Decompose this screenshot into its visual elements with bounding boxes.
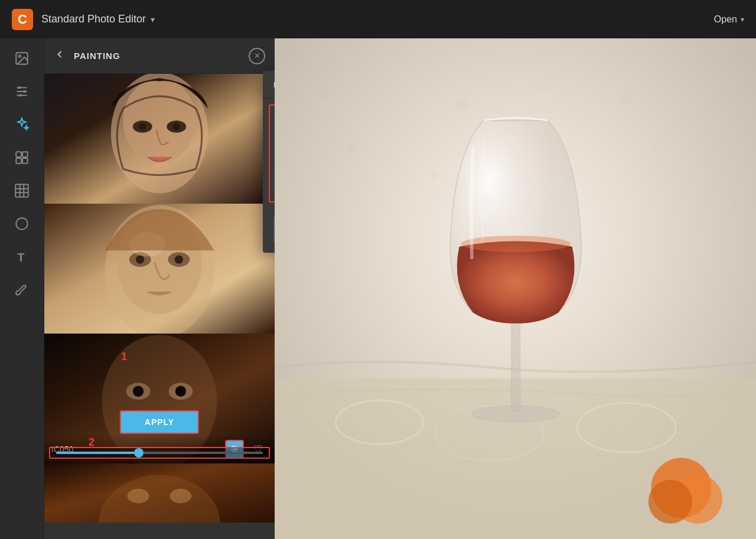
- effects-panel: PAINTING ✕: [44, 38, 275, 539]
- panel-title: PAINTING: [74, 51, 240, 61]
- svg-point-55: [621, 94, 631, 104]
- svg-point-17: [16, 218, 28, 230]
- open-chevron-icon: ▾: [741, 15, 744, 24]
- svg-point-58: [431, 172, 438, 179]
- tool-image[interactable]: [8, 44, 36, 73]
- svg-point-5: [18, 86, 21, 89]
- thumb-image-4: [44, 463, 275, 522]
- svg-point-54: [540, 84, 548, 92]
- svg-rect-11: [22, 158, 28, 164]
- svg-point-24: [139, 123, 146, 130]
- tool-effects[interactable]: [8, 110, 36, 139]
- thumb3-intensity-slider[interactable]: [49, 447, 270, 459]
- tool-circle[interactable]: [8, 210, 36, 238]
- effect-dialog-title: EFFECT SETTINGS: [273, 80, 275, 89]
- panel-help-button[interactable]: ✕: [249, 48, 265, 64]
- svg-point-21: [123, 78, 195, 163]
- svg-point-48: [128, 489, 149, 504]
- svg-point-39: [175, 386, 186, 396]
- svg-point-25: [173, 123, 180, 130]
- topbar-left: C Standard Photo Editor ▾: [12, 9, 155, 30]
- svg-point-1: [19, 55, 21, 57]
- tool-mosaic[interactable]: [8, 177, 36, 205]
- effect-settings-dialog: EFFECT SETTINGS ✕ Detail 3: [263, 71, 275, 253]
- open-button[interactable]: Open ▾: [714, 14, 744, 25]
- svg-point-73: [649, 480, 692, 524]
- svg-point-57: [348, 143, 357, 152]
- svg-point-60: [733, 200, 739, 206]
- thumbnails-list: 1 IC050 ♡: [44, 74, 275, 539]
- svg-point-51: [320, 89, 329, 97]
- svg-point-32: [175, 255, 183, 263]
- step-2-label: 2: [89, 436, 94, 449]
- tool-brush[interactable]: [8, 276, 36, 304]
- thumbnail-1[interactable]: [44, 74, 275, 204]
- svg-point-59: [649, 143, 659, 153]
- tool-layers[interactable]: [8, 143, 36, 172]
- svg-point-6: [23, 90, 25, 93]
- thumb-image-1: [44, 74, 275, 204]
- svg-point-38: [133, 386, 144, 396]
- dialog-cancel-button[interactable]: CANCEL: [273, 217, 275, 242]
- icon-bar: T: [0, 38, 44, 539]
- effect-dialog-header: EFFECT SETTINGS ✕: [263, 71, 275, 99]
- svg-point-31: [136, 255, 144, 263]
- topbar: C Standard Photo Editor ▾ Open ▾: [0, 0, 756, 38]
- svg-point-53: [457, 99, 468, 110]
- effect-settings-body: Detail 3 Color Range 68: [269, 104, 275, 202]
- step-1-label: 1: [121, 351, 127, 363]
- open-label: Open: [714, 14, 737, 25]
- canvas-preview-area: [275, 38, 756, 539]
- app-title-chevron-icon: ▾: [151, 15, 155, 24]
- svg-point-56: [705, 81, 712, 88]
- thumbnail-3-ic050[interactable]: 1 IC050 ♡: [44, 334, 275, 463]
- mini-slider-thumb[interactable]: [134, 448, 144, 458]
- svg-rect-9: [22, 152, 28, 157]
- main-area: T PAINTING ✕: [0, 38, 756, 539]
- svg-point-70: [472, 406, 560, 422]
- app-title: Standard Photo Editor: [41, 13, 146, 25]
- thumbnail-2[interactable]: [44, 204, 275, 334]
- app-title-area[interactable]: Standard Photo Editor ▾: [41, 13, 155, 25]
- svg-rect-12: [15, 184, 28, 197]
- effect-dialog-footer: CANCEL APPLY: [263, 208, 275, 253]
- logo-symbol: C: [18, 12, 27, 27]
- tool-text[interactable]: T: [8, 243, 36, 271]
- panel-back-button[interactable]: [54, 48, 66, 63]
- tool-adjustments[interactable]: [8, 77, 36, 106]
- svg-point-68: [461, 236, 571, 252]
- svg-rect-69: [511, 324, 520, 411]
- thumb3-apply-area: APPLY: [120, 410, 199, 434]
- thumb3-apply-button[interactable]: APPLY: [120, 410, 199, 434]
- panel-header: PAINTING ✕: [44, 38, 275, 74]
- svg-point-7: [19, 94, 22, 96]
- mini-slider-fill: [56, 452, 139, 454]
- svg-point-49: [170, 489, 191, 504]
- preview-image: [275, 38, 756, 539]
- thumb-image-2: [44, 204, 275, 334]
- svg-point-52: [376, 79, 383, 86]
- mini-slider-track: [56, 452, 263, 454]
- svg-text:T: T: [17, 251, 24, 264]
- help-icon: ✕: [254, 51, 260, 60]
- svg-rect-8: [16, 152, 21, 157]
- thumbnail-4[interactable]: [44, 463, 275, 522]
- svg-rect-10: [16, 158, 21, 164]
- app-logo: C: [12, 9, 33, 30]
